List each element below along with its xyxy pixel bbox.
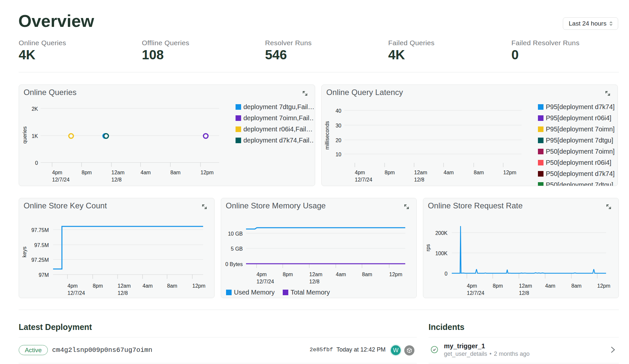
svg-text:4pm: 4pm bbox=[467, 283, 477, 289]
svg-text:12/7/24: 12/7/24 bbox=[467, 290, 484, 296]
svg-text:10: 10 bbox=[335, 152, 341, 157]
svg-text:2K: 2K bbox=[31, 106, 38, 112]
svg-text:4am: 4am bbox=[143, 283, 153, 289]
svg-text:4am: 4am bbox=[336, 272, 346, 277]
svg-text:4pm: 4pm bbox=[52, 170, 62, 175]
svg-text:12am: 12am bbox=[309, 272, 322, 277]
svg-text:100K: 100K bbox=[435, 251, 448, 256]
svg-text:4pm: 4pm bbox=[67, 283, 78, 289]
svg-text:12/7/24: 12/7/24 bbox=[67, 290, 85, 296]
svg-text:5 GB: 5 GB bbox=[231, 246, 243, 252]
svg-text:8pm: 8pm bbox=[82, 170, 92, 175]
svg-text:12/8: 12/8 bbox=[519, 290, 529, 296]
svg-text:200K: 200K bbox=[435, 230, 448, 236]
svg-text:4am: 4am bbox=[141, 170, 151, 175]
svg-text:4pm: 4pm bbox=[257, 272, 267, 277]
svg-text:milliseconds: milliseconds bbox=[324, 121, 330, 149]
svg-text:12pm: 12pm bbox=[389, 272, 402, 277]
svg-text:4am: 4am bbox=[444, 170, 454, 175]
svg-text:12am: 12am bbox=[111, 170, 124, 175]
svg-text:0 Bytes: 0 Bytes bbox=[225, 261, 243, 267]
svg-text:12pm: 12pm bbox=[200, 170, 214, 175]
svg-text:8am: 8am bbox=[362, 272, 372, 277]
svg-text:12am: 12am bbox=[519, 283, 532, 289]
svg-text:12/7/24: 12/7/24 bbox=[52, 177, 69, 182]
svg-text:12pm: 12pm bbox=[503, 170, 516, 175]
svg-text:queries: queries bbox=[22, 126, 28, 144]
svg-text:12/8: 12/8 bbox=[111, 177, 122, 182]
svg-text:97M: 97M bbox=[39, 272, 49, 278]
svg-text:8pm: 8pm bbox=[93, 283, 103, 289]
svg-text:4pm: 4pm bbox=[355, 170, 365, 175]
svg-text:12/8: 12/8 bbox=[118, 290, 128, 296]
svg-text:12pm: 12pm bbox=[597, 283, 610, 289]
svg-text:keys: keys bbox=[22, 247, 27, 258]
svg-text:30: 30 bbox=[335, 123, 341, 128]
svg-text:12/7/24: 12/7/24 bbox=[355, 177, 372, 182]
svg-text:0: 0 bbox=[445, 271, 448, 277]
svg-text:8am: 8am bbox=[571, 283, 581, 289]
svg-text:97.25M: 97.25M bbox=[31, 257, 49, 263]
svg-text:4am: 4am bbox=[545, 283, 555, 289]
svg-text:8am: 8am bbox=[474, 170, 484, 175]
svg-text:12am: 12am bbox=[118, 283, 131, 289]
svg-text:8am: 8am bbox=[170, 170, 181, 175]
svg-text:8am: 8am bbox=[167, 283, 177, 289]
svg-text:12/8: 12/8 bbox=[414, 177, 424, 182]
svg-text:8pm: 8pm bbox=[385, 170, 395, 175]
svg-text:20: 20 bbox=[335, 138, 341, 143]
svg-text:1K: 1K bbox=[31, 133, 38, 139]
svg-text:10 GB: 10 GB bbox=[228, 231, 243, 237]
svg-text:8pm: 8pm bbox=[493, 283, 503, 289]
svg-text:97.75M: 97.75M bbox=[31, 227, 49, 233]
svg-text:12am: 12am bbox=[414, 170, 427, 175]
svg-text:8pm: 8pm bbox=[283, 272, 293, 277]
svg-text:97.5M: 97.5M bbox=[34, 242, 49, 248]
svg-text:12/8: 12/8 bbox=[309, 279, 319, 284]
svg-text:0: 0 bbox=[35, 160, 38, 166]
svg-text:12pm: 12pm bbox=[192, 283, 205, 289]
svg-text:40: 40 bbox=[335, 108, 341, 114]
svg-text:12/7/24: 12/7/24 bbox=[257, 279, 274, 284]
svg-text:rps: rps bbox=[425, 244, 431, 251]
